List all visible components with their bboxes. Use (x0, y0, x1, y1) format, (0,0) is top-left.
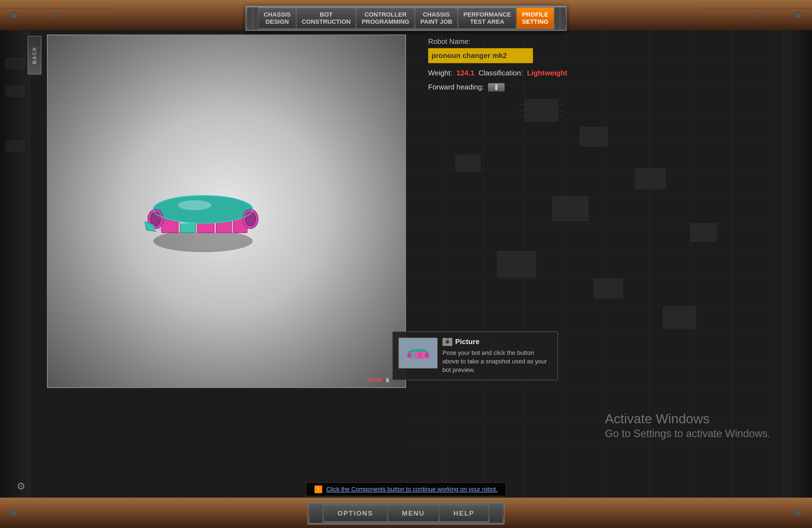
picture-panel: Picture Pose your bot and click the butt… (392, 332, 558, 380)
svg-point-110 (178, 200, 211, 210)
svg-rect-124 (446, 338, 449, 340)
svg-point-98 (153, 230, 253, 252)
robot-name-input[interactable] (428, 48, 533, 63)
picture-description: Pose your bot and click the button above… (443, 349, 552, 374)
robot-viewport[interactable]: ZOOM (47, 34, 406, 388)
heading-toggle[interactable] (488, 83, 505, 91)
svg-rect-72 (580, 127, 608, 146)
tab-performance-test[interactable]: PERFORMANCE TEST AREA (458, 8, 516, 29)
tab-profile-setting[interactable]: PROFILE SETTING (517, 8, 553, 29)
svg-point-119 (407, 352, 411, 358)
weight-value: 124.1 (456, 69, 475, 77)
bottom-nav-left-decoration (309, 504, 323, 523)
svg-point-113 (353, 342, 355, 344)
svg-rect-76 (691, 224, 717, 241)
nav-left-decoration (247, 7, 258, 29)
svg-rect-117 (411, 353, 415, 358)
svg-rect-91 (5, 141, 25, 152)
tab-chassis-paint-job[interactable]: CHASSIS PAINT JOB (415, 8, 458, 29)
svg-rect-74 (552, 196, 588, 221)
info-panel: Robot Name: Weight: 124.1 Classification… (428, 37, 567, 91)
svg-rect-77 (497, 251, 536, 278)
svg-point-46 (795, 510, 801, 516)
activate-windows-title: Activate Windows (605, 411, 771, 426)
classification-label: Classification: (479, 69, 523, 77)
rotate-cursor (344, 342, 356, 354)
svg-rect-78 (594, 279, 623, 298)
weight-label: Weight: (428, 69, 452, 77)
svg-rect-118 (418, 353, 421, 358)
stats-row: Weight: 124.1 Classification: Lightweigh… (428, 69, 567, 77)
camera-icon (443, 338, 452, 346)
left-panel (0, 30, 30, 498)
svg-rect-75 (635, 168, 666, 189)
classification-value: Lightweight (527, 69, 567, 77)
back-label: BACK (32, 46, 38, 64)
bottom-nav-right-decoration (489, 504, 503, 523)
svg-point-120 (425, 352, 429, 358)
right-panel (782, 30, 812, 498)
svg-rect-79 (663, 307, 696, 328)
svg-point-37 (795, 12, 801, 18)
status-bar: ! Click the Components button to continu… (306, 482, 506, 496)
options-button[interactable]: OPTIONS (323, 505, 387, 522)
svg-point-36 (11, 12, 17, 18)
zoom-thumb[interactable] (386, 378, 389, 382)
tab-chassis-design[interactable]: CHASSIS DESIGN (259, 8, 296, 29)
tab-bot-construction[interactable]: BOT CONSTRUCTION (296, 8, 356, 29)
status-message: Click the Components button to continue … (326, 486, 497, 493)
back-button[interactable]: BACK (28, 36, 41, 75)
heading-row: Forward heading: (428, 83, 567, 91)
svg-point-123 (446, 341, 449, 343)
bot-thumbnail (398, 337, 437, 368)
menu-button[interactable]: MENU (388, 505, 439, 522)
nav-right-decoration (554, 7, 565, 29)
heading-bar (495, 85, 497, 90)
picture-title-row: Picture (443, 337, 552, 346)
svg-line-112 (346, 343, 354, 352)
robot-name-label: Robot Name: (428, 37, 567, 46)
gear-icon: ⚙ (17, 481, 25, 492)
svg-rect-89 (5, 58, 25, 69)
svg-point-109 (246, 212, 256, 226)
activate-windows-subtitle: Go to Settings to activate Windows. (605, 428, 771, 440)
svg-rect-71 (525, 99, 558, 121)
help-button[interactable]: HELP (439, 505, 489, 522)
heading-label: Forward heading: (428, 83, 484, 91)
svg-point-39 (755, 13, 759, 17)
svg-point-45 (11, 510, 17, 516)
tab-controller-programming[interactable]: CONTROLLER PROGRAMMING (357, 8, 415, 29)
bottom-navigation: OPTIONS MENU HELP (307, 502, 505, 525)
picture-text-area: Picture Pose your bot and click the butt… (443, 337, 552, 374)
activate-windows-watermark: Activate Windows Go to Settings to activ… (605, 411, 771, 440)
svg-rect-73 (456, 155, 481, 171)
robot-3d-display (140, 156, 278, 267)
zoom-label: ZOOM (367, 377, 382, 383)
picture-title: Picture (455, 337, 479, 346)
status-icon: ! (314, 485, 322, 493)
navigation-bar: CHASSIS DESIGN BOT CONSTRUCTION CONTROLL… (245, 5, 567, 31)
svg-rect-90 (5, 86, 25, 97)
svg-point-38 (53, 13, 57, 17)
